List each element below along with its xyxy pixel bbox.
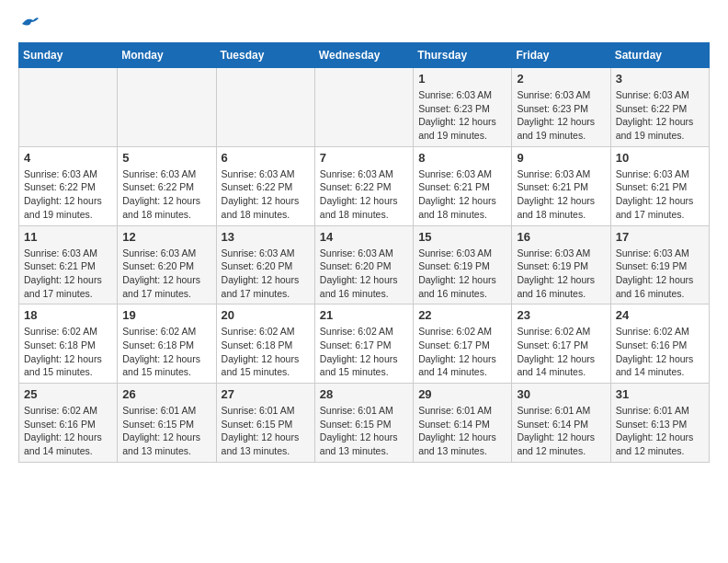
calendar-week-3: 11Sunrise: 6:03 AMSunset: 6:21 PMDayligh… [19,225,710,304]
day-info: Sunrise: 6:03 AMSunset: 6:22 PMDaylight:… [616,88,704,143]
day-number: 23 [517,308,605,322]
day-number: 5 [122,151,210,165]
day-info: Sunrise: 6:03 AMSunset: 6:19 PMDaylight:… [616,247,704,301]
day-info: Sunrise: 6:02 AMSunset: 6:17 PMDaylight:… [418,325,506,379]
calendar-cell: 31Sunrise: 6:01 AMSunset: 6:13 PMDayligh… [610,384,709,463]
day-number: 30 [517,387,605,401]
day-number: 19 [122,308,210,322]
day-info: Sunrise: 6:03 AMSunset: 6:20 PMDaylight:… [222,247,310,301]
calendar-cell: 5Sunrise: 6:03 AMSunset: 6:22 PMDaylight… [118,146,216,225]
day-info: Sunrise: 6:01 AMSunset: 6:13 PMDaylight:… [616,404,704,458]
day-number: 7 [320,151,408,165]
calendar-cell: 20Sunrise: 6:02 AMSunset: 6:18 PMDayligh… [216,304,314,384]
day-info: Sunrise: 6:01 AMSunset: 6:14 PMDaylight:… [418,404,506,458]
day-number: 1 [418,72,506,86]
day-number: 21 [320,308,408,322]
day-number: 18 [24,308,112,322]
day-info: Sunrise: 6:02 AMSunset: 6:17 PMDaylight:… [517,325,605,379]
calendar-cell: 8Sunrise: 6:03 AMSunset: 6:21 PMDaylight… [414,146,512,225]
day-info: Sunrise: 6:02 AMSunset: 6:17 PMDaylight:… [320,325,408,379]
day-number: 12 [122,230,210,244]
calendar-cell [118,68,216,147]
calendar-week-2: 4Sunrise: 6:03 AMSunset: 6:22 PMDaylight… [19,146,710,225]
calendar-cell: 28Sunrise: 6:01 AMSunset: 6:15 PMDayligh… [314,384,413,463]
day-number: 16 [517,230,605,244]
logo-bird-icon [20,15,40,33]
day-number: 8 [418,151,506,165]
day-info: Sunrise: 6:03 AMSunset: 6:23 PMDaylight:… [418,88,506,143]
calendar-cell: 10Sunrise: 6:03 AMSunset: 6:21 PMDayligh… [610,146,709,225]
weekday-header-tuesday: Tuesday [216,43,314,68]
weekday-header-wednesday: Wednesday [314,43,413,68]
day-info: Sunrise: 6:02 AMSunset: 6:16 PMDaylight:… [24,404,112,458]
day-info: Sunrise: 6:03 AMSunset: 6:20 PMDaylight:… [320,247,408,301]
day-info: Sunrise: 6:02 AMSunset: 6:18 PMDaylight:… [24,325,112,379]
day-info: Sunrise: 6:02 AMSunset: 6:16 PMDaylight:… [616,325,704,379]
calendar-cell: 4Sunrise: 6:03 AMSunset: 6:22 PMDaylight… [19,146,118,225]
day-info: Sunrise: 6:03 AMSunset: 6:21 PMDaylight:… [616,167,704,222]
day-info: Sunrise: 6:02 AMSunset: 6:18 PMDaylight:… [122,325,210,379]
day-number: 25 [24,387,112,401]
calendar-week-4: 18Sunrise: 6:02 AMSunset: 6:18 PMDayligh… [19,304,710,384]
day-number: 11 [24,230,112,244]
calendar-cell: 2Sunrise: 6:03 AMSunset: 6:23 PMDaylight… [512,68,610,147]
calendar-week-1: 1Sunrise: 6:03 AMSunset: 6:23 PMDaylight… [19,68,710,147]
calendar-cell: 17Sunrise: 6:03 AMSunset: 6:19 PMDayligh… [610,225,709,304]
calendar-cell [19,68,118,147]
day-number: 15 [418,230,506,244]
calendar-cell: 26Sunrise: 6:01 AMSunset: 6:15 PMDayligh… [118,384,216,463]
day-number: 6 [222,151,310,165]
weekday-header-sunday: Sunday [19,43,118,68]
calendar-cell: 6Sunrise: 6:03 AMSunset: 6:22 PMDaylight… [216,146,314,225]
calendar-cell: 25Sunrise: 6:02 AMSunset: 6:16 PMDayligh… [19,384,118,463]
day-info: Sunrise: 6:03 AMSunset: 6:22 PMDaylight:… [222,167,310,222]
calendar-cell: 29Sunrise: 6:01 AMSunset: 6:14 PMDayligh… [414,384,512,463]
calendar-cell: 22Sunrise: 6:02 AMSunset: 6:17 PMDayligh… [414,304,512,384]
day-info: Sunrise: 6:03 AMSunset: 6:19 PMDaylight:… [517,247,605,301]
day-info: Sunrise: 6:01 AMSunset: 6:15 PMDaylight:… [122,404,210,458]
day-info: Sunrise: 6:03 AMSunset: 6:22 PMDaylight:… [24,167,112,222]
day-number: 3 [616,72,704,86]
calendar-cell: 11Sunrise: 6:03 AMSunset: 6:21 PMDayligh… [19,225,118,304]
day-info: Sunrise: 6:03 AMSunset: 6:22 PMDaylight:… [122,167,210,222]
calendar-cell: 15Sunrise: 6:03 AMSunset: 6:19 PMDayligh… [414,225,512,304]
day-info: Sunrise: 6:03 AMSunset: 6:21 PMDaylight:… [517,167,605,222]
day-info: Sunrise: 6:03 AMSunset: 6:22 PMDaylight:… [320,167,408,222]
calendar-cell: 23Sunrise: 6:02 AMSunset: 6:17 PMDayligh… [512,304,610,384]
calendar-cell [314,68,413,147]
weekday-header-thursday: Thursday [414,43,512,68]
day-number: 13 [222,230,310,244]
calendar-cell [216,68,314,147]
day-number: 2 [517,72,605,86]
weekday-header-friday: Friday [512,43,610,68]
calendar-cell: 12Sunrise: 6:03 AMSunset: 6:20 PMDayligh… [118,225,216,304]
day-number: 17 [616,230,704,244]
day-number: 28 [320,387,408,401]
day-info: Sunrise: 6:01 AMSunset: 6:15 PMDaylight:… [222,404,310,458]
day-info: Sunrise: 6:03 AMSunset: 6:21 PMDaylight:… [24,247,112,301]
day-info: Sunrise: 6:03 AMSunset: 6:23 PMDaylight:… [517,88,605,143]
calendar-cell: 9Sunrise: 6:03 AMSunset: 6:21 PMDaylight… [512,146,610,225]
day-number: 27 [222,387,310,401]
calendar-table: SundayMondayTuesdayWednesdayThursdayFrid… [18,42,710,463]
day-number: 29 [418,387,506,401]
weekday-header-row: SundayMondayTuesdayWednesdayThursdayFrid… [19,43,710,68]
calendar-cell: 16Sunrise: 6:03 AMSunset: 6:19 PMDayligh… [512,225,610,304]
day-info: Sunrise: 6:02 AMSunset: 6:18 PMDaylight:… [222,325,310,379]
weekday-header-monday: Monday [118,43,216,68]
day-info: Sunrise: 6:03 AMSunset: 6:19 PMDaylight:… [418,247,506,301]
calendar-cell: 27Sunrise: 6:01 AMSunset: 6:15 PMDayligh… [216,384,314,463]
day-info: Sunrise: 6:01 AMSunset: 6:15 PMDaylight:… [320,404,408,458]
calendar-week-5: 25Sunrise: 6:02 AMSunset: 6:16 PMDayligh… [19,384,710,463]
calendar-cell: 14Sunrise: 6:03 AMSunset: 6:20 PMDayligh… [314,225,413,304]
calendar-cell: 1Sunrise: 6:03 AMSunset: 6:23 PMDaylight… [414,68,512,147]
calendar-cell: 18Sunrise: 6:02 AMSunset: 6:18 PMDayligh… [19,304,118,384]
day-info: Sunrise: 6:01 AMSunset: 6:14 PMDaylight:… [517,404,605,458]
day-number: 10 [616,151,704,165]
calendar-cell: 13Sunrise: 6:03 AMSunset: 6:20 PMDayligh… [216,225,314,304]
day-number: 26 [122,387,210,401]
calendar-cell: 19Sunrise: 6:02 AMSunset: 6:18 PMDayligh… [118,304,216,384]
calendar-cell: 30Sunrise: 6:01 AMSunset: 6:14 PMDayligh… [512,384,610,463]
day-number: 31 [616,387,704,401]
calendar-cell: 24Sunrise: 6:02 AMSunset: 6:16 PMDayligh… [610,304,709,384]
